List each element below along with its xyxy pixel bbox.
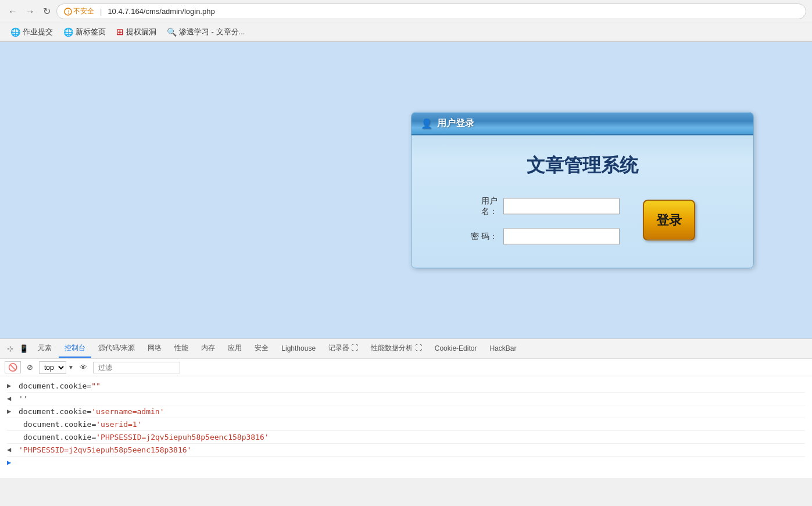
console-line-2: '' (7, 393, 805, 405)
console-caret-line[interactable] (7, 457, 805, 468)
bookmark-tiquan[interactable]: ⊞ 提权漏洞 (112, 26, 161, 38)
login-body: 文章管理系统 用户名： 密 码： 登录 (412, 136, 753, 268)
dropdown-icon: ▼ (68, 364, 74, 370)
form-area: 用户名： 密 码： 登录 (435, 196, 730, 245)
security-label: 不安全 (73, 6, 94, 16)
svg-text:!: ! (68, 9, 70, 15)
console-return-1 (7, 394, 14, 402)
context-selector[interactable]: top (39, 361, 66, 374)
tab-security[interactable]: 安全 (249, 340, 274, 358)
password-label: 密 码： (470, 231, 498, 242)
filter-input[interactable] (93, 362, 180, 373)
tab-recorder[interactable]: 记录器 ⛶ (323, 340, 364, 358)
toolbar-eye-btn[interactable]: 👁 (77, 362, 90, 373)
tab-performance[interactable]: 性能 (169, 340, 194, 358)
tab-lighthouse[interactable]: Lighthouse (276, 341, 321, 357)
console-return-6 (7, 446, 14, 454)
bookmark-tiquan-label: 提权漏洞 (126, 27, 156, 37)
console-input-caret (7, 458, 14, 466)
tab-elements[interactable]: 元素 (32, 340, 58, 358)
bookmark-shentou-label: 渗透学习 - 文章分... (179, 27, 245, 37)
page-content: 👤 用户登录 文章管理系统 用户名： 密 码： 登录 (0, 42, 812, 338)
tab-cookieeditor[interactable]: Cookie-Editor (429, 341, 483, 357)
devtools-tabs: ⊹ 📱 元素 控制台 源代码/来源 网络 性能 内存 应用 安全 Lightho… (0, 339, 812, 359)
tab-application[interactable]: 应用 (222, 340, 248, 358)
tab-console[interactable]: 控制台 (59, 340, 91, 358)
username-input[interactable] (503, 198, 620, 215)
console-line-6: 'PHPSESSID=j2qv5iepuh58p5eenc158p3816' (7, 444, 805, 457)
reload-button[interactable]: ↻ (41, 5, 53, 18)
bookmark-xintab[interactable]: 🌐 新标签页 (59, 26, 110, 38)
tab-perfanalyzer[interactable]: 性能数据分析 ⛶ (365, 340, 427, 358)
devtools-toolbar: 🚫 ⊘ top ▼ 👁 (0, 359, 812, 376)
security-warning: ! 不安全 (64, 6, 94, 16)
address-url: 10.4.7.164/cms/admin/login.php (108, 7, 214, 16)
forward-button[interactable]: → (23, 5, 37, 18)
username-row: 用户名： (470, 196, 620, 217)
console-line-1: document.cookie="" (7, 380, 805, 393)
address-bar[interactable]: ! 不安全 | 10.4.7.164/cms/admin/login.php (56, 3, 806, 19)
tab-memory[interactable]: 内存 (195, 340, 221, 358)
globe-icon-2: 🌐 (63, 27, 73, 37)
password-row: 密 码： (470, 229, 620, 245)
tab-hackbar[interactable]: HackBar (484, 341, 522, 357)
devtools-panel: ⊹ 📱 元素 控制台 源代码/来源 网络 性能 内存 应用 安全 Lightho… (0, 338, 812, 478)
devtools-cursor-icon[interactable]: ⊹ (5, 342, 16, 355)
console-line-5: ▶ document.cookie='PHPSESSID=j2qv5iepuh5… (7, 431, 805, 444)
bookmark-xintab-label: 新标签页 (76, 27, 106, 37)
console-output: document.cookie="" '' document.cookie='u… (0, 376, 812, 479)
tab-network[interactable]: 网络 (142, 340, 167, 358)
grid-icon: ⊞ (116, 27, 124, 37)
bookmark-zuoye-label: 作业提交 (23, 27, 53, 37)
login-header: 👤 用户登录 (412, 113, 753, 136)
browser-chrome: ← → ↻ ! 不安全 | 10.4.7.164/cms/admin/login… (0, 0, 812, 42)
form-fields: 用户名： 密 码： (470, 196, 620, 245)
console-line-4: ▶ document.cookie='userid=1' (7, 418, 805, 431)
bookmark-zuoye[interactable]: 🌐 作业提交 (6, 26, 58, 38)
login-button[interactable]: 登录 (643, 200, 695, 241)
nav-bar: ← → ↻ ! 不安全 | 10.4.7.164/cms/admin/login… (0, 0, 812, 23)
address-divider: | (100, 7, 102, 16)
bookmark-shentou[interactable]: 🔍 渗透学习 - 文章分... (162, 26, 249, 38)
globe-icon: 🌐 (10, 27, 20, 37)
login-header-title: 用户登录 (437, 117, 474, 130)
devtools-device-icon[interactable]: 📱 (17, 342, 31, 355)
login-header-icon: 👤 (421, 118, 432, 129)
toolbar-clear-btn[interactable]: 🚫 (5, 361, 21, 373)
back-button[interactable]: ← (6, 5, 20, 18)
login-box: 👤 用户登录 文章管理系统 用户名： 密 码： 登录 (411, 112, 754, 269)
console-line-3: document.cookie='username=admin' (7, 405, 805, 418)
console-expand-1[interactable] (7, 382, 14, 390)
tab-source[interactable]: 源代码/来源 (92, 340, 141, 358)
bookmarks-bar: 🌐 作业提交 🌐 新标签页 ⊞ 提权漏洞 🔍 渗透学习 - 文章分... (0, 23, 812, 41)
search-icon: 🔍 (167, 27, 177, 37)
login-button-label: 登录 (656, 212, 682, 229)
console-expand-3[interactable] (7, 407, 14, 415)
username-label: 用户名： (470, 196, 498, 217)
toolbar-filter-btn[interactable]: ⊘ (24, 362, 35, 373)
password-input[interactable] (503, 229, 620, 245)
login-page-title: 文章管理系统 (435, 153, 730, 179)
